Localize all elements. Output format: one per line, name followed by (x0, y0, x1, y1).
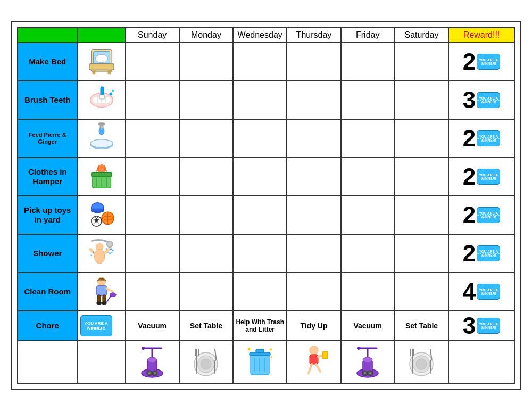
svg-line-55 (106, 289, 113, 292)
svg-rect-88 (310, 355, 318, 364)
day-feed-wed[interactable] (233, 119, 287, 158)
svg-rect-3 (92, 70, 95, 74)
cleanroom-svg (86, 275, 117, 306)
header-monday: Monday (179, 28, 233, 43)
day-make-bed-mon[interactable] (179, 43, 233, 81)
vacuum-svg-2 (353, 344, 383, 379)
reward-clean-room: 4 YOU ARE A WINNER! (448, 273, 514, 311)
bottom-empty-reward (448, 341, 514, 383)
reward-toys-num: 2 (463, 203, 476, 227)
ticket-cleanroom: YOU ARE A WINNER! (477, 284, 500, 300)
reward-cleanroom-num: 4 (463, 280, 476, 303)
day-toys-wed[interactable] (233, 196, 287, 234)
bottom-icon-vacuum-1 (126, 341, 179, 383)
day-feed-thu[interactable] (287, 119, 340, 158)
day-toys-mon[interactable] (179, 196, 233, 234)
chore-brush-teeth: Brush Teeth (18, 81, 78, 119)
chore-chore-label: Chore (18, 311, 78, 341)
chore-clean-room: Clean Room (18, 273, 78, 311)
day-clothes-fri[interactable] (341, 158, 395, 196)
row-clothes-hamper: Clothes in Hamper (18, 158, 514, 196)
day-cleanroom-sun[interactable] (126, 273, 179, 311)
svg-point-45 (109, 252, 111, 254)
svg-point-64 (147, 357, 157, 363)
svg-text:✦: ✦ (269, 347, 273, 352)
day-cleanroom-fri[interactable] (341, 273, 395, 311)
day-make-bed-sat[interactable] (395, 43, 448, 81)
svg-line-92 (316, 364, 320, 372)
svg-point-102 (369, 372, 371, 374)
day-clothes-sat[interactable] (395, 158, 448, 196)
ticket-brush: YOU ARE A WINNER! (477, 92, 500, 108)
day-toys-thu[interactable] (287, 196, 340, 234)
svg-rect-23 (91, 172, 112, 177)
svg-point-43 (112, 250, 113, 251)
day-clothes-sun[interactable] (126, 158, 179, 196)
svg-point-98 (357, 347, 360, 350)
svg-point-71 (154, 372, 156, 374)
svg-line-57 (106, 296, 111, 302)
day-brush-sat[interactable] (395, 81, 448, 119)
day-feed-mon[interactable] (179, 119, 233, 158)
day-make-bed-wed[interactable] (233, 43, 287, 81)
day-make-bed-sun[interactable] (126, 43, 179, 81)
day-brush-thu[interactable] (287, 81, 340, 119)
row-chore-tasks: Chore YOU ARE A WINNER! Vacuum Set Table… (18, 311, 514, 341)
day-toys-sun[interactable] (126, 196, 179, 234)
day-shower-wed[interactable] (233, 234, 287, 273)
day-feed-sun[interactable] (126, 119, 179, 158)
svg-rect-90 (322, 351, 328, 359)
header-friday: Friday (341, 28, 395, 43)
header-row: Sunday Monday Wednesday Thursday Friday … (18, 28, 514, 43)
svg-point-52 (90, 254, 92, 256)
chore-ticket-icon: YOU ARE A WINNER! (80, 315, 112, 336)
svg-rect-12 (99, 95, 105, 99)
day-shower-mon[interactable] (179, 234, 233, 273)
day-clothes-wed[interactable] (233, 158, 287, 196)
day-feed-fri[interactable] (341, 119, 395, 158)
day-toys-fri[interactable] (341, 196, 395, 234)
day-brush-mon[interactable] (179, 81, 233, 119)
day-chore-wed: Help With Trash and Litter (233, 311, 287, 341)
chore-shower: Shower (18, 234, 78, 273)
svg-point-42 (110, 248, 112, 250)
day-chore-sun: Vacuum (126, 311, 179, 341)
tidy-svg (299, 344, 328, 379)
day-shower-thu[interactable] (287, 234, 340, 273)
icon-make-bed (78, 43, 126, 81)
plate-svg-1 (192, 344, 221, 379)
chore-pick-toys: Pick up toys in yard (18, 196, 78, 234)
day-cleanroom-mon[interactable] (179, 273, 233, 311)
icon-clothes-hamper (78, 158, 126, 196)
day-shower-sat[interactable] (395, 234, 448, 273)
day-make-bed-thu[interactable] (287, 43, 340, 81)
day-shower-fri[interactable] (341, 234, 395, 273)
svg-rect-4 (107, 70, 111, 74)
day-brush-sun[interactable] (126, 81, 179, 119)
day-cleanroom-sat[interactable] (395, 273, 448, 311)
day-toys-sat[interactable] (395, 196, 448, 234)
icon-shower (78, 234, 126, 273)
bottom-icon-plate-2 (395, 341, 448, 383)
svg-point-51 (93, 252, 94, 253)
svg-point-101 (364, 372, 366, 374)
vacuum-svg-1 (138, 344, 167, 379)
day-feed-sat[interactable] (395, 119, 448, 158)
bottom-icon-vacuum-2 (341, 341, 395, 383)
svg-point-61 (102, 301, 107, 305)
day-cleanroom-wed[interactable] (233, 273, 287, 311)
day-brush-wed[interactable] (233, 81, 287, 119)
day-clothes-thu[interactable] (287, 158, 340, 196)
day-make-bed-fri[interactable] (341, 43, 395, 81)
day-brush-fri[interactable] (341, 81, 395, 119)
bottom-icon-tidy (287, 341, 340, 383)
day-shower-sun[interactable] (126, 234, 179, 273)
day-clothes-mon[interactable] (179, 158, 233, 196)
row-clean-room: Clean Room (18, 273, 514, 311)
day-chore-thu: Tidy Up (287, 311, 340, 341)
day-chore-mon: Set Table (179, 311, 233, 341)
svg-rect-80 (256, 349, 264, 352)
day-cleanroom-thu[interactable] (287, 273, 340, 311)
chore-make-bed: Make Bed (18, 43, 78, 81)
svg-rect-21 (100, 125, 103, 128)
